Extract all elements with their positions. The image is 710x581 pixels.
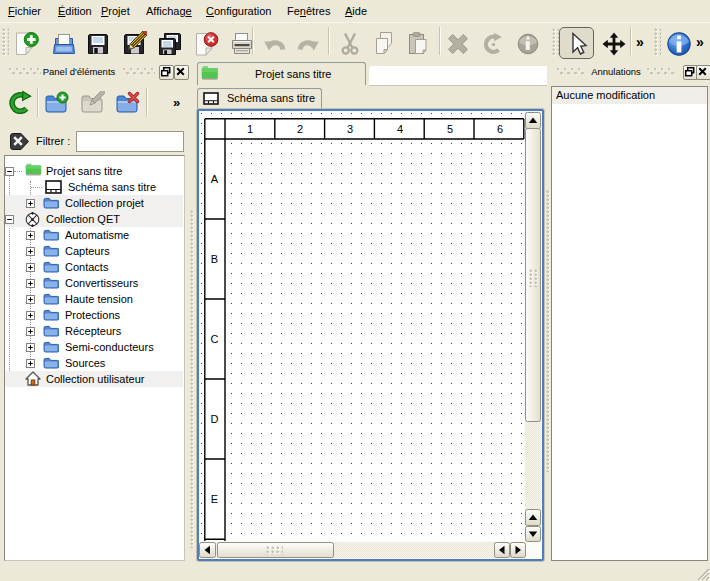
svg-text:C: C bbox=[211, 333, 219, 345]
svg-text:3: 3 bbox=[347, 123, 353, 135]
svg-text:4: 4 bbox=[397, 123, 403, 135]
svg-text:1: 1 bbox=[247, 123, 253, 135]
svg-text:B: B bbox=[211, 253, 218, 265]
svg-text:A: A bbox=[211, 173, 219, 185]
svg-text:5: 5 bbox=[447, 123, 453, 135]
svg-text:2: 2 bbox=[297, 123, 303, 135]
svg-text:D: D bbox=[211, 413, 219, 425]
svg-text:6: 6 bbox=[497, 123, 503, 135]
svg-text:E: E bbox=[211, 493, 218, 505]
